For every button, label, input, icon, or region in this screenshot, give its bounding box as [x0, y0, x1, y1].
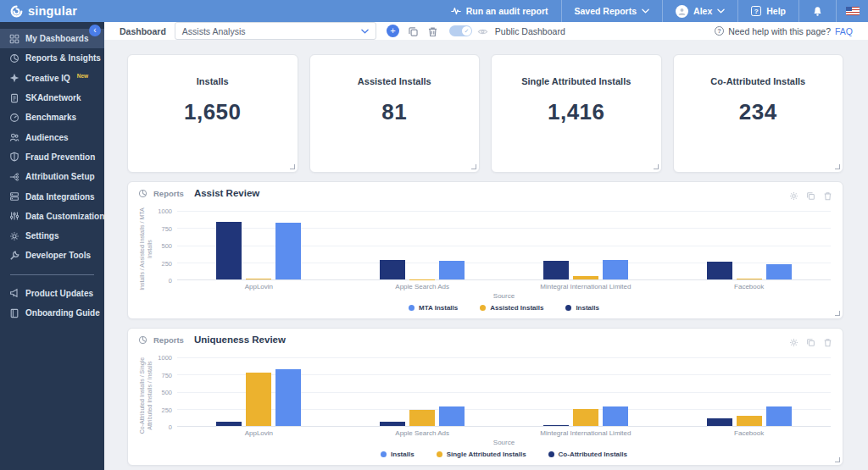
public-dashboard-label: Public Dashboard — [495, 26, 565, 36]
notifications-button[interactable] — [809, 0, 826, 22]
sidebar-item[interactable]: Product Updates — [0, 284, 104, 303]
bar — [409, 410, 435, 426]
kpi-value: 81 — [310, 99, 480, 125]
saved-reports-menu[interactable]: Saved Reports — [571, 0, 654, 22]
kpi-label: Single Attributed Installs — [492, 76, 661, 86]
bar — [380, 422, 405, 426]
chart-panel: Reports Assist Review Installs / Assiste… — [127, 181, 843, 319]
dashboard-select[interactable]: Assists Analysis — [175, 22, 376, 40]
add-dashboard-button[interactable]: + — [387, 25, 399, 37]
delete-dashboard-icon[interactable] — [427, 25, 438, 36]
resize-handle[interactable] — [835, 164, 840, 169]
eye-icon[interactable] — [477, 25, 488, 36]
sidebar-item[interactable]: Settings — [0, 226, 104, 246]
sidebar-item[interactable]: SKAdnetwork — [0, 88, 104, 108]
kpi-card: Installs 1,650 — [127, 54, 298, 173]
kpi-label: Assisted Installs — [310, 76, 480, 86]
sidebar-item-label: Attribution Setup — [25, 172, 95, 181]
reports-icon — [9, 53, 19, 64]
pie-chart-icon — [138, 189, 147, 198]
gear-icon[interactable] — [789, 335, 798, 345]
resize-handle[interactable] — [471, 164, 476, 169]
pulse-icon — [451, 6, 461, 16]
help-button[interactable]: ? Help — [748, 0, 789, 22]
panel-tag: Reports — [153, 189, 184, 198]
y-tick-label: 250 — [161, 259, 172, 267]
bar — [439, 406, 465, 426]
category-label: Mintegral International Limited — [504, 283, 668, 290]
us-flag-icon[interactable] — [846, 7, 860, 15]
y-tick-label: 0 — [169, 423, 172, 431]
gear-icon[interactable] — [789, 189, 798, 198]
bar-group — [341, 357, 504, 426]
run-audit-report-button[interactable]: Run an audit report — [448, 0, 552, 22]
audiences-icon — [9, 132, 19, 142]
kpi-label: Co-Attributed Installs — [674, 76, 843, 86]
legend-item[interactable]: Assisted Installs — [480, 304, 543, 312]
y-tick-label: 250 — [161, 406, 172, 413]
sidebar-item-label: SKAdnetwork — [25, 93, 81, 102]
benchmarks-icon — [9, 113, 19, 123]
resize-handle[interactable] — [290, 164, 295, 169]
trash-icon[interactable] — [823, 189, 832, 198]
sidebar-item[interactable]: Onboarding Guide — [0, 303, 104, 323]
y-tick-label: 1000 — [158, 207, 172, 215]
sidebar-footer-items: Product Updates Onboarding Guide — [0, 284, 104, 323]
sidebar: ‹ My Dashboards Reports & Insights Creat… — [0, 22, 104, 470]
resize-handle[interactable] — [654, 164, 659, 169]
user-name: Alex — [693, 6, 712, 16]
x-axis-title: Source — [177, 439, 831, 446]
sidebar-collapse-button[interactable]: ‹ — [89, 25, 101, 36]
sidebar-item[interactable]: Reports & Insights — [0, 48, 104, 68]
duplicate-icon[interactable] — [806, 335, 815, 345]
chart-body: Co-Attributed Installs / Single Attribut… — [128, 351, 843, 458]
sidebar-item[interactable]: Attribution Setup — [0, 167, 104, 186]
brand-name: singular — [28, 4, 77, 18]
legend-item[interactable]: Installs — [381, 451, 415, 458]
sidebar-item[interactable]: Creative IQ New — [0, 69, 104, 88]
sidebar-item[interactable]: Benchmarks — [0, 108, 104, 127]
bar-group — [667, 211, 831, 279]
legend-item[interactable]: Single Attributed Installs — [437, 451, 526, 458]
kpi-value: 234 — [674, 99, 843, 125]
bar — [380, 260, 405, 279]
singular-logo[interactable]: singular — [10, 4, 77, 18]
resize-handle[interactable] — [835, 311, 840, 316]
charts-container: Reports Assist Review Installs / Assiste… — [127, 181, 843, 466]
resize-handle[interactable] — [835, 457, 840, 462]
bar — [216, 222, 242, 279]
sidebar-item[interactable]: Developer Tools — [0, 246, 104, 265]
kpi-label: Installs — [128, 76, 298, 86]
settings-icon — [9, 231, 19, 241]
kpi-card: Single Attributed Installs 1,416 — [491, 54, 662, 173]
sidebar-item-label: Data Integrations — [25, 192, 95, 202]
y-axis: 02505007501000 — [157, 357, 177, 427]
main-area: Dashboard Assists Analysis + ✓ Public Da… — [104, 22, 868, 470]
developer-tools-icon — [9, 251, 19, 261]
faq-link[interactable]: FAQ — [835, 26, 853, 36]
attribution-setup-icon — [9, 172, 19, 182]
trash-icon[interactable] — [823, 335, 832, 345]
chart-panel: Reports Uniqueness Review Co-Attributed … — [127, 328, 843, 466]
y-axis-title: Installs / Assisted Installs / MTA Insta… — [135, 207, 157, 284]
sidebar-item[interactable]: Audiences — [0, 127, 104, 147]
bar-group — [667, 357, 831, 426]
sidebar-item[interactable]: Data Integrations — [0, 186, 104, 206]
data-integrations-icon — [9, 191, 19, 202]
sidebar-item[interactable]: Data Customization — [0, 207, 104, 226]
duplicate-dashboard-icon[interactable] — [408, 25, 419, 36]
sidebar-item[interactable]: Fraud Prevention — [0, 147, 104, 167]
nav-divider — [737, 0, 738, 22]
legend-label: Co-Attributed Installs — [559, 451, 627, 458]
legend-item[interactable]: Co-Attributed Installs — [548, 451, 627, 458]
dashboard-label: Dashboard — [120, 26, 166, 36]
duplicate-icon[interactable] — [806, 189, 815, 198]
public-dashboard-toggle[interactable]: ✓ — [449, 25, 472, 36]
top-nav: Run an audit report Saved Reports Alex ?… — [448, 0, 860, 22]
legend-item[interactable]: Installs — [565, 304, 599, 312]
legend-dot — [565, 305, 571, 311]
user-menu[interactable]: Alex — [672, 0, 728, 22]
bar — [603, 406, 628, 426]
legend-item[interactable]: MTA Installs — [409, 304, 458, 312]
bar — [766, 264, 792, 279]
